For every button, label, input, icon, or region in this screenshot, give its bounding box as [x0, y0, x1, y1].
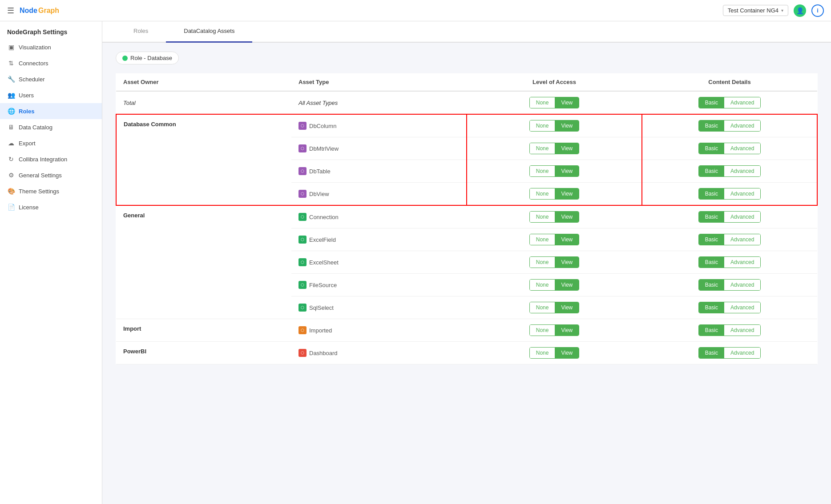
collibra-icon: ↻ [7, 156, 15, 163]
db-view-none-btn[interactable]: None [530, 188, 555, 199]
hamburger-icon[interactable]: ☰ [7, 6, 14, 16]
excel-sheet-basic-btn[interactable]: Basic [699, 257, 724, 268]
db-table-none-btn[interactable]: None [530, 166, 555, 176]
tab-datacatalog-assets[interactable]: DataCatalog Assets [166, 21, 252, 43]
excel-sheet-access-cell: None View [467, 251, 642, 274]
scheduler-icon: 🔧 [7, 76, 15, 83]
sql-select-asset-icon: ⬡ [299, 304, 307, 312]
sidebar-item-users[interactable]: 👥 Users [0, 87, 102, 103]
file-source-view-btn[interactable]: View [555, 280, 579, 290]
sql-select-basic-btn[interactable]: Basic [699, 302, 724, 313]
db-column-advanced-btn[interactable]: Advanced [724, 120, 760, 131]
excel-sheet-content-cell: Basic Advanced [642, 251, 817, 274]
total-type-cell: All Asset Types [291, 91, 467, 114]
imported-view-btn[interactable]: View [555, 325, 579, 336]
data-catalog-icon: 🖥 [7, 124, 15, 131]
db-table-type-cell: ⬡ DbTable [291, 160, 467, 183]
total-owner-cell: Total [116, 91, 291, 114]
connection-basic-btn[interactable]: Basic [699, 212, 724, 222]
role-badge[interactable]: Role - Database [116, 52, 179, 64]
db-table-view-btn[interactable]: View [555, 166, 579, 176]
sidebar-item-collibra[interactable]: ↻ Collibra Integration [0, 151, 102, 167]
sidebar-item-license[interactable]: 📄 License [0, 199, 102, 215]
sidebar-item-data-catalog[interactable]: 🖥 Data Catalog [0, 119, 102, 135]
sidebar-label-data-catalog: Data Catalog [19, 124, 52, 131]
file-source-none-btn[interactable]: None [530, 280, 555, 290]
header-level-of-access: Level of Access [467, 73, 642, 91]
sidebar: NodeGraph Settings ▣ Visualization ⇅ Con… [0, 21, 102, 504]
excel-field-advanced-btn[interactable]: Advanced [724, 234, 760, 245]
sidebar-item-scheduler[interactable]: 🔧 Scheduler [0, 71, 102, 87]
db-view-basic-btn[interactable]: Basic [699, 188, 724, 199]
info-icon[interactable]: i [811, 4, 824, 17]
dashboard-advanced-btn[interactable]: Advanced [724, 348, 760, 358]
dashboard-asset-icon: ⬡ [299, 349, 307, 357]
db-mtrlview-advanced-btn[interactable]: Advanced [724, 143, 760, 154]
sidebar-item-theme-settings[interactable]: 🎨 Theme Settings [0, 183, 102, 199]
tab-roles[interactable]: Roles [116, 21, 166, 43]
header-content-details: Content Details [642, 73, 817, 91]
table-row: PowerBI ⬡ Dashboard None View [116, 342, 817, 364]
roles-icon: 🌐 [7, 108, 15, 115]
file-source-access-cell: None View [467, 274, 642, 296]
container-selector[interactable]: Test Container NG4 ▾ [723, 5, 788, 16]
connection-content-cell: Basic Advanced [642, 205, 817, 228]
db-table-content-btn-group: Basic Advanced [698, 165, 761, 177]
total-content-basic-btn[interactable]: Basic [699, 97, 724, 108]
db-view-type-cell: ⬡ DbView [291, 183, 467, 206]
db-table-basic-btn[interactable]: Basic [699, 166, 724, 176]
connection-advanced-btn[interactable]: Advanced [724, 212, 760, 222]
excel-sheet-view-btn[interactable]: View [555, 257, 579, 268]
role-badge-label: Role - Database [130, 55, 172, 61]
db-view-view-btn[interactable]: View [555, 188, 579, 199]
db-column-content-btn-group: Basic Advanced [698, 120, 761, 132]
user-avatar-icon[interactable]: 👤 [794, 4, 806, 17]
sidebar-label-theme-settings: Theme Settings [19, 188, 59, 195]
db-column-none-btn[interactable]: None [530, 120, 555, 131]
excel-field-view-btn[interactable]: View [555, 234, 579, 245]
connection-none-btn[interactable]: None [530, 212, 555, 222]
excel-field-none-btn[interactable]: None [530, 234, 555, 245]
db-column-basic-btn[interactable]: Basic [699, 120, 724, 131]
excel-field-content-btn-group: Basic Advanced [698, 234, 761, 245]
file-source-advanced-btn[interactable]: Advanced [724, 280, 760, 290]
db-mtrlview-access-btn-group: None View [529, 143, 579, 154]
header-asset-owner: Asset Owner [116, 73, 291, 91]
sql-select-none-btn[interactable]: None [530, 302, 555, 313]
db-column-type-label: DbColumn [309, 123, 336, 129]
db-mtrlview-none-btn[interactable]: None [530, 143, 555, 154]
imported-basic-btn[interactable]: Basic [699, 325, 724, 336]
db-view-type-label: DbView [309, 191, 329, 197]
db-mtrlview-asset-icon: ⬡ [299, 144, 307, 152]
total-access-view-btn[interactable]: View [555, 97, 579, 108]
imported-none-btn[interactable]: None [530, 325, 555, 336]
sql-select-advanced-btn[interactable]: Advanced [724, 302, 760, 313]
db-mtrlview-basic-btn[interactable]: Basic [699, 143, 724, 154]
excel-sheet-advanced-btn[interactable]: Advanced [724, 257, 760, 268]
imported-advanced-btn[interactable]: Advanced [724, 325, 760, 336]
sidebar-item-export[interactable]: ☁ Export [0, 135, 102, 151]
excel-field-basic-btn[interactable]: Basic [699, 234, 724, 245]
dashboard-none-btn[interactable]: None [530, 348, 555, 358]
db-column-type-cell: ⬡ DbColumn [291, 114, 467, 137]
import-owner-cell: Import [116, 319, 291, 342]
excel-sheet-none-btn[interactable]: None [530, 257, 555, 268]
sql-select-view-btn[interactable]: View [555, 302, 579, 313]
db-view-advanced-btn[interactable]: Advanced [724, 188, 760, 199]
total-access-none-btn[interactable]: None [530, 97, 555, 108]
db-table-access-cell: None View [467, 160, 642, 183]
db-column-view-btn[interactable]: View [555, 120, 579, 131]
file-source-basic-btn[interactable]: Basic [699, 280, 724, 290]
sidebar-item-visualization[interactable]: ▣ Visualization [0, 39, 102, 55]
dashboard-access-btn-group: None View [529, 347, 579, 359]
connection-view-btn[interactable]: View [555, 212, 579, 222]
dashboard-view-btn[interactable]: View [555, 348, 579, 358]
db-mtrlview-view-btn[interactable]: View [555, 143, 579, 154]
total-content-advanced-btn[interactable]: Advanced [724, 97, 760, 108]
sidebar-label-export: Export [19, 140, 36, 147]
dashboard-basic-btn[interactable]: Basic [699, 348, 724, 358]
sidebar-item-general-settings[interactable]: ⚙ General Settings [0, 167, 102, 183]
db-table-advanced-btn[interactable]: Advanced [724, 166, 760, 176]
sidebar-item-roles[interactable]: 🌐 Roles [0, 103, 102, 119]
sidebar-item-connectors[interactable]: ⇅ Connectors [0, 55, 102, 71]
